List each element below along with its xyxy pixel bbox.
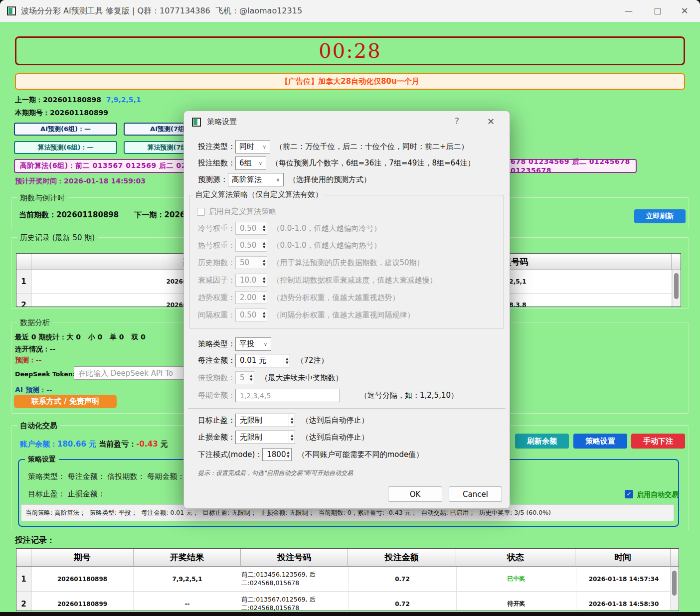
ok-button[interactable]: OK [388, 486, 442, 502]
history-corner-cell [16, 254, 31, 270]
spinner-arrows-icon[interactable]: ▲▼ [261, 292, 267, 304]
strategy-type-row: 策略类型： 平投∨ [198, 337, 271, 351]
strategy-settings-dialog: 策略设置 ? ✕ 投注类型： 同时∨ （前二：万位千位，后二：十位个位，同时：前… [183, 111, 510, 509]
profit-target-spinner[interactable]: 无限制▲▼ [235, 414, 295, 427]
spinner-arrows-icon[interactable]: ▲▼ [261, 257, 267, 269]
cancel-button[interactable]: Cancel [449, 486, 502, 502]
chevron-down-icon: ∨ [263, 144, 266, 150]
taskbar-strip [0, 612, 700, 616]
strategy-settings-button[interactable]: 策略设置 [573, 434, 627, 449]
per-bet-label: 每注金额： [198, 356, 235, 365]
enable-auto-trade-checkbox[interactable]: ✓ [625, 490, 633, 498]
bet-numbers-cell: 前二:013456,123569, 后二:024568,015678 [241, 567, 349, 592]
streak-info: 连开情况：-- [15, 345, 56, 354]
manual-bet-button[interactable]: 手动下注 [631, 434, 685, 449]
custom-enable-checkbox[interactable] [197, 208, 205, 216]
spinner-arrows-icon[interactable]: ▲▼ [284, 354, 290, 367]
row-index: 2 [16, 294, 31, 307]
custom-enable-row: 启用自定义算法策略 [197, 207, 276, 216]
martingale-spinner[interactable]: 5▲▼ [235, 371, 254, 384]
group-count-select[interactable]: 6组∨ [235, 156, 266, 170]
spinner-arrows-icon[interactable]: ▲▼ [261, 309, 267, 321]
enable-auto-trade-label: 启用自动交易 [637, 490, 679, 499]
dialog-icon [192, 118, 201, 127]
strategy-type-select[interactable]: 平投∨ [235, 337, 271, 351]
spinner-arrows-icon[interactable]: ▲▼ [261, 222, 267, 234]
bet-records-table: 期号 开奖结果 投注号码 投注金额 状态 时间 1 202601180898 7… [16, 548, 679, 611]
dialog-help-icon[interactable]: ? [455, 116, 459, 126]
trend-weight-spinner[interactable]: 2.00▲▼ [235, 291, 267, 304]
history-count-spinner[interactable]: 50▲▼ [235, 256, 267, 269]
history-group-title: 历史记录 (最新 50 期) [17, 233, 98, 243]
bet-numbers-cell: 前二:013567,012569, 后二:024568,015678 [241, 592, 349, 611]
hot-weight-spinner[interactable]: 0.50▲▼ [235, 239, 267, 252]
bet-amount-cell: 0.72 [349, 567, 457, 592]
chevron-down-icon: ∨ [276, 177, 280, 182]
bets-scrollbar[interactable] [670, 567, 678, 611]
source-label: 预测源： [198, 175, 228, 184]
stop-loss-hint: （达到后自动停止） [301, 433, 368, 442]
pnl-unit: 元 [158, 440, 168, 449]
close-button[interactable]: ✕ [673, 0, 696, 22]
contact-disclaimer-button[interactable]: 联系方式 / 免责声明 [14, 395, 117, 408]
spinner-arrows-icon[interactable]: ▲▼ [248, 372, 254, 384]
bets-corner-cell [16, 549, 31, 567]
ai-prediction-6: AI预测(6组)：— [14, 123, 117, 136]
spinner-arrows-icon[interactable]: ▲▼ [261, 274, 267, 286]
window-title: 波场分分彩 AI预测工具 修复版 | Q群：1077134386 飞机：@lao… [21, 0, 302, 22]
mode-spinner[interactable]: 1800▲▼ [262, 448, 291, 461]
refresh-now-button[interactable]: 立即刷新 [634, 209, 686, 223]
group-count-hint: （每位预测几个数字，6组=36注，7组=49注，8组=64注） [271, 158, 475, 168]
spinner-arrows-icon[interactable]: ▲▼ [289, 431, 295, 444]
history-scrollbar-thumb[interactable] [674, 273, 679, 299]
history-scrollbar[interactable] [672, 270, 680, 307]
refresh-balance-button[interactable]: 刷新余额 [515, 434, 569, 449]
decay-factor-spinner[interactable]: 10.0▲▼ [235, 274, 267, 287]
bet-type-select[interactable]: 同时∨ [235, 140, 270, 154]
gap-weight-spinner[interactable]: 0.50▲▼ [235, 308, 267, 321]
bet-type-row: 投注类型： 同时∨ （前二：万位千位，后二：十位个位，同时：前二+后二） [198, 140, 469, 154]
chevron-down-icon: ∨ [259, 160, 262, 166]
bet-row-2[interactable]: 2 202601180899 -- 前二:013567,012569, 后二:0… [16, 592, 679, 611]
expected-draw-time: 预计开奖时间：2026-01-18 14:59:03 [15, 177, 146, 186]
deepseek-token-input[interactable] [74, 366, 188, 380]
bet-result-cell: -- [134, 592, 241, 611]
per-bet-spinner[interactable]: 0.01 元▲▼ [235, 354, 290, 367]
bets-scrollbar-thumb[interactable] [672, 571, 677, 596]
mode-label: 下注模式(mode)： [198, 450, 262, 460]
bets-header-time: 时间 [575, 549, 671, 567]
trend-weight-value: 2.00 [236, 292, 261, 304]
bet-time-cell: 2026-01-18 14:57:34 [576, 567, 672, 592]
dialog-tip: 提示：设置完成后，勾选"启用自动交易"即可开始自动交易 [198, 469, 353, 477]
bet-type-label: 投注类型： [198, 142, 235, 152]
source-value: 高阶算法 [232, 175, 262, 184]
spinner-arrows-icon[interactable]: ▲▼ [285, 449, 291, 461]
cold-weight-spinner[interactable]: 0.50▲▼ [235, 222, 267, 235]
per-period-input[interactable] [235, 389, 340, 402]
ai-prediction-text: AI 预测：-- [15, 386, 52, 395]
row-index: 1 [16, 270, 31, 294]
dialog-title: 策略设置 [207, 117, 237, 127]
group-count-row: 投注组数： 6组∨ （每位预测几个数字，6组=36注，7组=49注，8组=64注… [198, 156, 475, 170]
bet-row-1[interactable]: 1 202601180898 7,9,2,5,1 前二:013456,12356… [16, 567, 679, 592]
spinner-arrows-icon[interactable]: ▲▼ [261, 239, 267, 251]
source-select[interactable]: 高阶算法∨ [228, 173, 284, 186]
group-count-value: 6组 [239, 158, 252, 168]
previous-period: 上一期：202601180898 7,9,2,5,1 [15, 96, 141, 105]
dialog-close-icon[interactable]: ✕ [487, 116, 495, 127]
gap-weight-row: 间隔权重： 0.50▲▼ （间隔分析权重，值越大越重视间隔规律） [198, 308, 414, 321]
minimize-button[interactable]: — [617, 0, 640, 22]
gap-weight-value: 0.50 [236, 309, 261, 321]
ad-banner: 【广告位】加拿大28自动化仅80u一个月 [15, 73, 685, 90]
group-count-label: 投注组数： [198, 158, 235, 168]
spinner-arrows-icon[interactable]: ▲▼ [289, 414, 295, 427]
bets-header-row: 期号 开奖结果 投注号码 投注金额 状态 时间 [16, 549, 679, 567]
analysis-group-title: 数据分析 [17, 318, 53, 327]
maximize-button[interactable]: □ [646, 0, 669, 22]
per-period-row: 每期金额： （逗号分隔，如：1,2,5,10） [198, 389, 458, 402]
profit-target-value: 无限制 [236, 414, 289, 427]
stop-loss-row: 止损金额： 无限制▲▼ （达到后自动停止） [198, 431, 368, 444]
history-count-label: 历史期数： [198, 258, 235, 268]
strategy-inner-title: 策略设置 [25, 455, 59, 464]
stop-loss-spinner[interactable]: 无限制▲▼ [235, 431, 295, 444]
